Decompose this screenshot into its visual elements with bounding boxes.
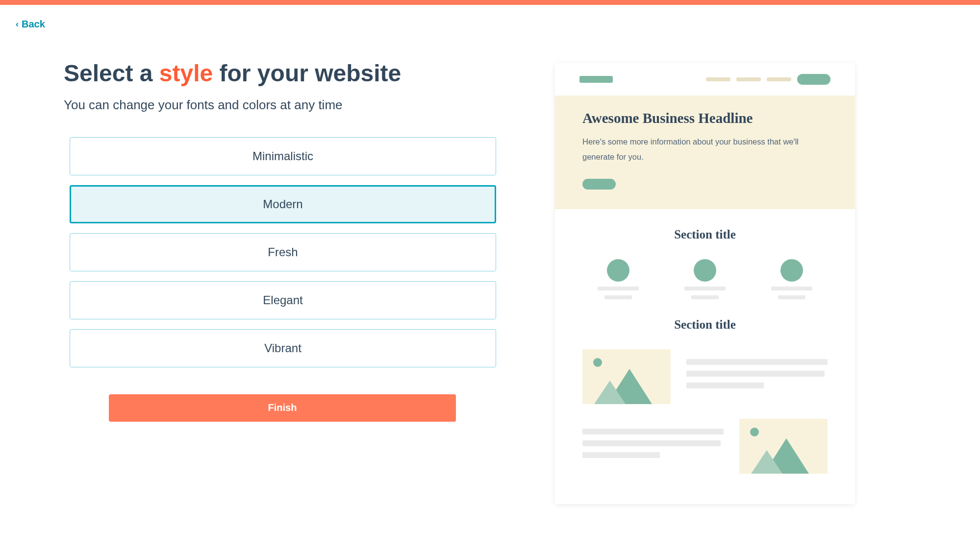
left-panel: Select a style for your website You can … bbox=[64, 59, 496, 504]
style-option-label: Modern bbox=[263, 197, 302, 211]
style-option-vibrant[interactable]: Vibrant bbox=[70, 329, 496, 367]
preview-text-placeholder bbox=[582, 452, 660, 458]
style-option-label: Elegant bbox=[263, 293, 302, 307]
preview-text-block bbox=[686, 349, 828, 404]
preview-section-title: Section title bbox=[582, 318, 828, 332]
preview-nav-item bbox=[736, 77, 761, 81]
preview-panel: Awesome Business Headline Here's some mo… bbox=[555, 63, 855, 504]
preview-column bbox=[684, 259, 726, 299]
preview-headline: Awesome Business Headline bbox=[582, 110, 828, 126]
sun-icon bbox=[593, 358, 602, 367]
preview-column bbox=[598, 259, 639, 299]
style-option-elegant[interactable]: Elegant bbox=[70, 281, 496, 319]
preview-text-placeholder bbox=[684, 287, 726, 290]
preview-column bbox=[771, 259, 812, 299]
preview-section-2: Section title bbox=[555, 318, 855, 504]
subtitle: You can change your fonts and colors at … bbox=[64, 97, 496, 113]
circle-icon bbox=[694, 259, 716, 282]
preview-text-placeholder bbox=[691, 295, 719, 299]
preview-columns bbox=[582, 259, 828, 299]
preview-text-block bbox=[582, 419, 724, 474]
preview-text-placeholder bbox=[604, 295, 632, 299]
style-option-label: Vibrant bbox=[264, 341, 302, 355]
preview-text-placeholder bbox=[686, 359, 828, 365]
preview-text-placeholder bbox=[686, 383, 764, 388]
preview-nav-button-placeholder bbox=[797, 74, 830, 85]
preview-image-placeholder bbox=[739, 419, 828, 474]
title-prefix: Select a bbox=[64, 60, 159, 86]
preview-text-placeholder bbox=[771, 287, 812, 290]
preview-nav-item bbox=[706, 77, 730, 81]
preview-text-placeholder bbox=[598, 287, 639, 290]
main-container: Select a style for your website You can … bbox=[0, 59, 980, 504]
back-link[interactable]: ‹ Back bbox=[0, 5, 45, 30]
preview-nav bbox=[706, 74, 830, 85]
preview-cta-placeholder bbox=[582, 179, 616, 190]
preview-row bbox=[582, 349, 828, 404]
circle-icon bbox=[607, 259, 629, 282]
preview-text-placeholder bbox=[686, 371, 825, 377]
top-accent-bar bbox=[0, 0, 980, 5]
preview-header bbox=[555, 63, 855, 96]
page-title: Select a style for your website bbox=[64, 59, 496, 88]
chevron-left-icon: ‹ bbox=[16, 19, 19, 29]
preview-subtext: Here's some more information about your … bbox=[582, 134, 828, 165]
mountain-icon bbox=[594, 372, 663, 404]
circle-icon bbox=[780, 259, 803, 282]
back-label: Back bbox=[22, 19, 45, 30]
style-options-list: Minimalistic Modern Fresh Elegant Vibran… bbox=[70, 137, 496, 367]
preview-text-placeholder bbox=[778, 295, 805, 299]
title-highlight: style bbox=[159, 60, 213, 86]
style-option-fresh[interactable]: Fresh bbox=[70, 233, 496, 271]
sun-icon bbox=[750, 428, 759, 436]
style-option-label: Minimalistic bbox=[252, 149, 313, 163]
preview-section-1: Section title bbox=[555, 209, 855, 318]
preview-hero: Awesome Business Headline Here's some mo… bbox=[555, 96, 855, 209]
preview-image-placeholder bbox=[582, 349, 671, 404]
finish-button[interactable]: Finish bbox=[109, 394, 456, 422]
style-option-modern[interactable]: Modern bbox=[70, 185, 496, 223]
mountain-icon bbox=[751, 442, 820, 474]
preview-text-placeholder bbox=[582, 440, 721, 446]
title-suffix: for your website bbox=[213, 60, 401, 86]
preview-nav-item bbox=[767, 77, 791, 81]
finish-label: Finish bbox=[268, 402, 297, 413]
preview-logo-placeholder bbox=[579, 76, 613, 83]
style-option-label: Fresh bbox=[268, 245, 298, 259]
preview-section-title: Section title bbox=[582, 228, 828, 241]
preview-row bbox=[582, 419, 828, 474]
style-option-minimalistic[interactable]: Minimalistic bbox=[70, 137, 496, 175]
preview-text-placeholder bbox=[582, 429, 724, 434]
